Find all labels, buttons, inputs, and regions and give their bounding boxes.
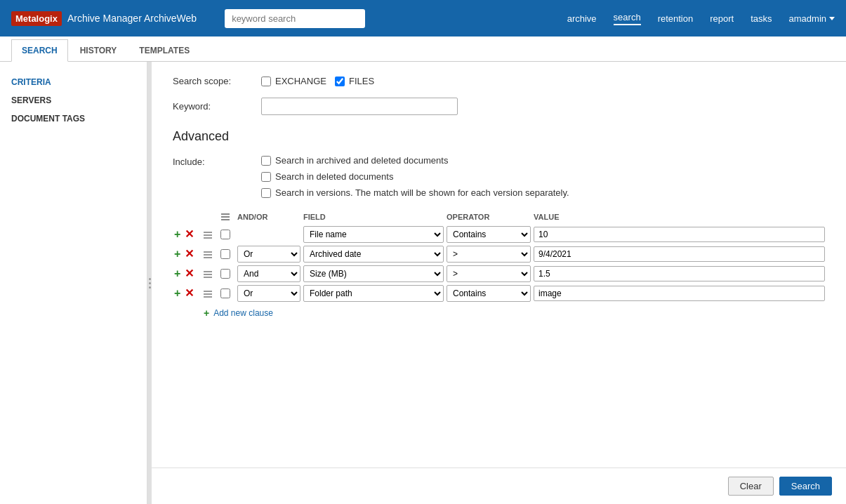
app-name: Archive Manager ArchiveWeb	[67, 13, 197, 24]
tab-search[interactable]: SEARCH	[11, 39, 68, 62]
clause-row-4: + ✕ Or And File name Archived date	[173, 285, 825, 302]
value-input-3[interactable]	[534, 266, 825, 281]
clause-remove-4[interactable]: ✕	[183, 288, 195, 299]
drag-line	[204, 296, 212, 298]
drag-line	[204, 257, 212, 258]
clause-checkbox-3[interactable]	[220, 269, 230, 279]
nav-search[interactable]: search	[614, 12, 641, 25]
clause-checkbox-4[interactable]	[220, 289, 230, 298]
field-select-2[interactable]: File name Archived date Size (MB) Folder…	[303, 246, 444, 263]
clause-actions-3: + ✕	[173, 268, 201, 279]
operator-select-1[interactable]: Contains Does not contain Equals Starts …	[447, 226, 531, 243]
keyword-search-input[interactable]	[225, 9, 365, 28]
operator-select-3[interactable]: > < >= <= =	[447, 265, 531, 282]
clause-remove-2[interactable]: ✕	[183, 248, 195, 260]
clause-remove-1[interactable]: ✕	[183, 229, 195, 240]
exchange-checkbox[interactable]	[261, 77, 271, 86]
clause-section: AND/OR FIELD OPERATOR VALUE + ✕	[173, 212, 825, 319]
clause-actions-4: + ✕	[173, 288, 201, 299]
andor-select-2[interactable]: Or And	[237, 246, 300, 263]
field-header: FIELD	[303, 213, 444, 221]
keyword-label: Keyword:	[173, 101, 250, 112]
drag-line	[204, 271, 212, 272]
field-select-4[interactable]: File name Archived date Size (MB) Folder…	[303, 285, 444, 302]
nav-amadmin-label: amadmin	[789, 13, 826, 24]
clear-button[interactable]: Clear	[728, 477, 774, 496]
include-option-2[interactable]: Search in deleted documents	[261, 171, 569, 182]
resize-dots	[149, 278, 151, 289]
operator-select-4[interactable]: Contains Does not contain Equals Starts …	[447, 285, 531, 302]
header-nav: archive search retention report tasks am…	[567, 12, 835, 25]
tab-templates[interactable]: TEMPLATES	[128, 39, 200, 61]
exchange-checkbox-label[interactable]: EXCHANGE	[261, 76, 326, 86]
drag-handle-4[interactable]	[204, 289, 213, 298]
value-input-4[interactable]	[534, 286, 825, 301]
nav-amadmin[interactable]: amadmin	[789, 13, 835, 24]
include-checkbox-3[interactable]	[261, 188, 271, 198]
resize-dot	[149, 278, 151, 280]
field-select-1[interactable]: File name Archived date Size (MB) Folder…	[303, 226, 444, 243]
svg-rect-0	[221, 213, 230, 215]
resize-dot	[149, 282, 151, 284]
drag-line	[204, 254, 212, 256]
advanced-title: Advanced	[173, 129, 825, 144]
value-input-2[interactable]	[534, 246, 825, 262]
svg-rect-1	[221, 216, 230, 218]
operator-select-2[interactable]: > < >= <= =	[447, 246, 531, 263]
clause-actions-2: + ✕	[173, 248, 201, 260]
drag-handle-1[interactable]	[204, 230, 213, 239]
sidebar-item-criteria[interactable]: CRITERIA	[0, 73, 147, 91]
search-button[interactable]: Search	[779, 477, 832, 496]
main-layout: CRITERIA SERVERS DOCUMENT TAGS Search sc…	[0, 62, 846, 504]
include-row: Include: Search in archived and deleted …	[173, 155, 825, 198]
add-clause-link[interactable]: Add new clause	[213, 308, 273, 318]
andor-header: AND/OR	[237, 213, 300, 221]
nav-retention[interactable]: retention	[658, 13, 694, 24]
include-option-label-1: Search in archived and deleted documents	[275, 155, 448, 166]
andor-select-3[interactable]: Or And	[237, 265, 300, 282]
files-checkbox-label[interactable]: FILES	[335, 76, 374, 86]
search-scope-controls: EXCHANGE FILES	[261, 76, 374, 86]
sidebar-item-servers[interactable]: SERVERS	[0, 91, 147, 110]
field-select-3[interactable]: File name Archived date Size (MB) Folder…	[303, 265, 444, 282]
drag-handle-2[interactable]	[204, 250, 213, 258]
include-checkbox-1[interactable]	[261, 156, 271, 166]
drag-line	[204, 251, 212, 253]
keyword-row: Keyword:	[173, 98, 825, 115]
logo-text: Metalogix	[15, 13, 58, 24]
keyword-input[interactable]	[261, 98, 458, 115]
drag-line	[204, 234, 212, 236]
chevron-down-icon	[829, 17, 835, 20]
sidebar: CRITERIA SERVERS DOCUMENT TAGS	[0, 62, 147, 504]
include-option-1[interactable]: Search in archived and deleted documents	[261, 155, 569, 166]
drag-line	[204, 237, 212, 239]
sidebar-item-document-tags[interactable]: DOCUMENT TAGS	[0, 110, 147, 128]
value-input-1[interactable]	[534, 227, 825, 242]
clause-remove-3[interactable]: ✕	[183, 268, 195, 279]
files-checkbox[interactable]	[335, 77, 345, 86]
include-label: Include:	[173, 155, 250, 167]
clause-add-4[interactable]: +	[173, 288, 182, 299]
tab-bar: SEARCH HISTORY TEMPLATES	[0, 37, 846, 62]
tab-history[interactable]: HISTORY	[70, 39, 128, 61]
andor-select-4[interactable]: Or And	[237, 285, 300, 302]
clause-add-1[interactable]: +	[173, 229, 182, 240]
include-option-label-2: Search in deleted documents	[275, 171, 393, 182]
nav-archive[interactable]: archive	[567, 13, 597, 24]
nav-tasks[interactable]: tasks	[751, 13, 772, 24]
clause-add-3[interactable]: +	[173, 268, 182, 279]
include-options: Search in archived and deleted documents…	[261, 155, 569, 198]
clause-add-2[interactable]: +	[173, 248, 182, 260]
resize-dot	[149, 286, 151, 289]
clause-header-row: AND/OR FIELD OPERATOR VALUE	[173, 212, 825, 222]
nav-report[interactable]: report	[710, 13, 734, 24]
include-option-label-3: Search in versions. The match will be sh…	[275, 187, 569, 198]
drag-line	[204, 232, 212, 233]
clause-checkbox-1[interactable]	[220, 230, 230, 239]
add-clause-row: + Add new clause	[173, 307, 825, 319]
drag-handle-3[interactable]	[204, 270, 213, 278]
include-checkbox-2[interactable]	[261, 172, 271, 182]
include-option-3[interactable]: Search in versions. The match will be sh…	[261, 187, 569, 198]
clause-checkbox-2[interactable]	[220, 249, 230, 259]
drag-line	[204, 277, 212, 278]
